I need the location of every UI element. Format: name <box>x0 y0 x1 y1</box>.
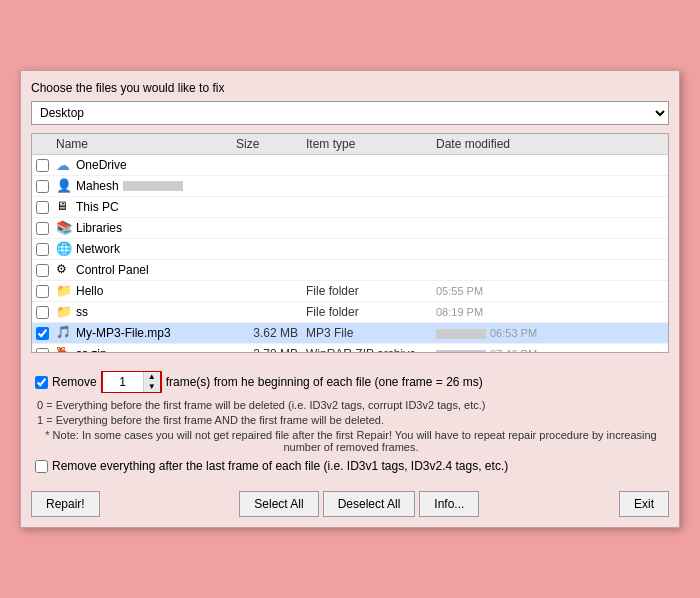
file-checkbox[interactable] <box>36 180 49 193</box>
file-checkbox[interactable] <box>36 159 49 172</box>
file-name-cell: 🖥 This PC <box>56 199 236 215</box>
header-item-type[interactable]: Item type <box>306 137 436 151</box>
file-list-container: Name Size Item type Date modified ☁ OneD… <box>31 133 669 353</box>
file-size: 2.79 MB <box>236 347 306 353</box>
repair-button[interactable]: Repair! <box>31 491 100 517</box>
file-date: 06:53 PM <box>436 327 664 339</box>
file-checkbox[interactable] <box>36 201 49 214</box>
remove-frames-row: Remove ▲ ▼ frame(s) from he beginning of… <box>35 371 665 393</box>
file-name-cell: 🎵 My-MP3-File.mp3 <box>56 325 236 341</box>
remove-after-row: Remove everything after the last frame o… <box>35 459 665 473</box>
center-buttons: Select All Deselect All Info... <box>239 491 479 517</box>
file-name-cell: 📁 Hello <box>56 283 236 299</box>
file-name-cell: ☁ OneDrive <box>56 157 236 173</box>
file-name: ss <box>76 305 88 319</box>
library-icon: 📚 <box>56 220 72 236</box>
folder-icon: 📁 <box>56 304 72 320</box>
file-name-cell: 🌐 Network <box>56 241 236 257</box>
cloud-icon: ☁ <box>56 157 72 173</box>
file-name-cell: 📚 Libraries <box>56 220 236 236</box>
file-checkbox[interactable] <box>36 285 49 298</box>
path-dropdown[interactable]: Desktop <box>31 101 669 125</box>
file-name: Control Panel <box>76 263 149 277</box>
file-date: 08:19 PM <box>436 306 664 318</box>
file-date: 07:46 PM <box>436 348 664 353</box>
file-checkbox[interactable] <box>36 306 49 319</box>
file-name-cell: 🗜 ss.zip <box>56 346 236 353</box>
user-icon: 👤 <box>56 178 72 194</box>
file-row: 🗜 ss.zip 2.79 MB WinRAR ZIP archive 07:4… <box>32 344 668 353</box>
header-size[interactable]: Size <box>236 137 306 151</box>
mp3-icon: 🎵 <box>56 325 72 341</box>
file-name: Network <box>76 242 120 256</box>
help-line-2: 1 = Everything before the first frame AN… <box>35 414 665 426</box>
file-name: This PC <box>76 200 119 214</box>
frames-value-input[interactable] <box>103 372 143 392</box>
file-name: Hello <box>76 284 103 298</box>
file-row: 📁 Hello File folder 05:55 PM <box>32 281 668 302</box>
file-row: 👤 Mahesh <box>32 176 668 197</box>
file-type: File folder <box>306 305 436 319</box>
network-icon: 🌐 <box>56 241 72 257</box>
file-row: 🖥 This PC <box>32 197 668 218</box>
file-checkbox[interactable] <box>36 264 49 277</box>
file-type: MP3 File <box>306 326 436 340</box>
button-row: Repair! Select All Deselect All Info... … <box>31 491 669 517</box>
spinner-up-button[interactable]: ▲ <box>144 372 160 382</box>
file-name-cell: 📁 ss <box>56 304 236 320</box>
dialog-title: Choose the files you would like to fix <box>31 81 669 95</box>
file-name: My-MP3-File.mp3 <box>76 326 171 340</box>
exit-button[interactable]: Exit <box>619 491 669 517</box>
file-type: File folder <box>306 284 436 298</box>
file-row: ☁ OneDrive <box>32 155 668 176</box>
file-name: Libraries <box>76 221 122 235</box>
header-date[interactable]: Date modified <box>436 137 664 151</box>
file-row: 📚 Libraries <box>32 218 668 239</box>
remove-frames-label: Remove <box>52 375 97 389</box>
pc-icon: 🖥 <box>56 199 72 215</box>
frames-spinner: ▲ ▼ <box>101 371 162 393</box>
select-all-button[interactable]: Select All <box>239 491 318 517</box>
file-row: 🎵 My-MP3-File.mp3 3.62 MB MP3 File 06:53… <box>32 323 668 344</box>
file-checkbox[interactable] <box>36 327 49 340</box>
file-row: ⚙ Control Panel <box>32 260 668 281</box>
zip-icon: 🗜 <box>56 346 72 353</box>
file-name: OneDrive <box>76 158 127 172</box>
file-name-cell: ⚙ Control Panel <box>56 262 236 278</box>
file-size: 3.62 MB <box>236 326 306 340</box>
remove-after-label: Remove everything after the last frame o… <box>52 459 508 473</box>
info-button[interactable]: Info... <box>419 491 479 517</box>
file-date: 05:55 PM <box>436 285 664 297</box>
file-checkbox[interactable] <box>36 222 49 235</box>
file-row: 🌐 Network <box>32 239 668 260</box>
deselect-all-button[interactable]: Deselect All <box>323 491 416 517</box>
spinner-down-button[interactable]: ▼ <box>144 382 160 392</box>
help-line-1: 0 = Everything before the first frame wi… <box>35 399 665 411</box>
help-note: * Note: In some cases you will not get r… <box>35 429 665 453</box>
file-list-header: Name Size Item type Date modified <box>32 134 668 155</box>
file-type: WinRAR ZIP archive <box>306 347 436 353</box>
header-name[interactable]: Name <box>56 137 236 151</box>
main-dialog: Choose the files you would like to fix D… <box>20 70 680 528</box>
remove-frames-checkbox[interactable] <box>35 376 48 389</box>
options-section: Remove ▲ ▼ frame(s) from he beginning of… <box>31 363 669 491</box>
file-name: Mahesh <box>76 179 119 193</box>
file-name: ss.zip <box>76 347 107 353</box>
file-row: 📁 ss File folder 08:19 PM <box>32 302 668 323</box>
spinner-buttons: ▲ ▼ <box>143 372 160 392</box>
path-bar: Desktop <box>31 101 669 125</box>
folder-icon: 📁 <box>56 283 72 299</box>
file-checkbox[interactable] <box>36 243 49 256</box>
file-name-cell: 👤 Mahesh <box>56 178 236 194</box>
frames-suffix: frame(s) from he beginning of each file … <box>166 375 483 389</box>
control-panel-icon: ⚙ <box>56 262 72 278</box>
remove-after-checkbox[interactable] <box>35 460 48 473</box>
user-bar <box>123 181 183 191</box>
file-checkbox[interactable] <box>36 348 49 354</box>
